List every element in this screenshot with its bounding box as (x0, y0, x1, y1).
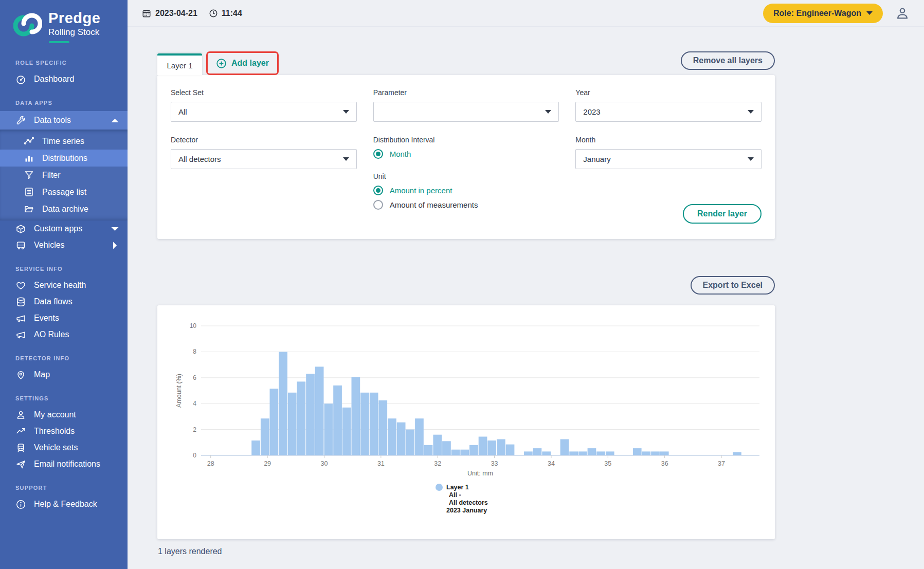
histogram-bar[interactable] (642, 451, 651, 455)
histogram-bar[interactable] (479, 437, 487, 456)
histogram-bar[interactable] (424, 445, 433, 455)
sidebar-item-filter[interactable]: Filter (0, 167, 128, 183)
sidebar-item-service-health[interactable]: Service health (0, 277, 128, 293)
histogram-bar[interactable] (352, 377, 360, 456)
month-dropdown[interactable]: January (575, 149, 762, 169)
histogram-bar[interactable] (270, 389, 279, 455)
histogram-bar[interactable] (733, 452, 741, 455)
histogram-bar[interactable] (397, 423, 406, 455)
histogram-bar[interactable] (542, 451, 551, 455)
parameter-dropdown[interactable] (373, 102, 559, 122)
histogram-bar[interactable] (360, 393, 369, 455)
histogram-bar[interactable] (415, 418, 424, 455)
histogram-bar[interactable] (279, 352, 287, 455)
histogram-bar[interactable] (378, 400, 387, 455)
sidebar-item-label: Vehicles (34, 241, 65, 250)
histogram-bar[interactable] (251, 440, 260, 455)
export-to-excel-button[interactable]: Export to Excel (691, 276, 775, 295)
sidebar-item-my-account[interactable]: My account (0, 407, 128, 423)
remove-all-layers-button[interactable]: Remove all layers (681, 51, 775, 70)
histogram-bar[interactable] (315, 366, 324, 455)
legend-line: All detectors (449, 499, 488, 506)
sidebar-item-vehicles[interactable]: Vehicles (0, 237, 128, 253)
y-tick-label: 0 (193, 452, 196, 459)
histogram-bar[interactable] (460, 450, 469, 455)
map-pin-icon (15, 370, 26, 380)
histogram-bar[interactable] (588, 448, 596, 455)
database-icon (15, 297, 26, 307)
histogram-bar[interactable] (633, 448, 642, 455)
sidebar-section-settings: SETTINGS (0, 395, 128, 401)
sidebar-item-map[interactable]: Map (0, 366, 128, 383)
histogram-bar[interactable] (533, 448, 542, 455)
heart-icon (15, 280, 26, 291)
histogram-bar[interactable] (651, 451, 660, 455)
histogram-bar[interactable] (660, 451, 669, 455)
histogram-bar[interactable] (451, 450, 460, 455)
x-tick-label: 35 (604, 460, 611, 467)
histogram-bar[interactable] (333, 386, 342, 455)
month-value: January (583, 155, 610, 163)
chevron-down-icon (343, 110, 349, 114)
histogram-bar[interactable] (288, 393, 297, 455)
sidebar-item-label: Time series (42, 137, 84, 146)
render-layer-button[interactable]: Render layer (683, 204, 762, 224)
parameter-label: Parameter (373, 88, 559, 97)
histogram-bar[interactable] (524, 451, 533, 455)
histogram-bar[interactable] (606, 451, 614, 455)
sidebar-item-time-series[interactable]: Time series (0, 133, 128, 150)
chevron-right-icon (110, 240, 120, 251)
histogram-bar[interactable] (506, 445, 515, 455)
histogram-bar[interactable] (433, 435, 442, 455)
sidebar-item-data-flows[interactable]: Data flows (0, 293, 128, 310)
tab-layer-1[interactable]: Layer 1 (157, 53, 202, 75)
sidebar-item-dashboard[interactable]: Dashboard (0, 71, 128, 87)
user-menu[interactable] (895, 6, 910, 21)
sidebar-item-custom-apps[interactable]: Custom apps (0, 221, 128, 237)
histogram-bar[interactable] (569, 451, 578, 455)
histogram-bar[interactable] (297, 381, 306, 455)
sidebar-item-events[interactable]: Events (0, 310, 128, 326)
interval-month-radio[interactable]: Month (373, 149, 559, 159)
histogram-bar[interactable] (578, 451, 587, 455)
sidebar-item-email-notifications[interactable]: Email notifications (0, 456, 128, 472)
histogram-bar[interactable] (342, 408, 351, 455)
histogram-bar[interactable] (370, 393, 378, 455)
histogram-bar[interactable] (596, 451, 605, 455)
main-content: Layer 1 Add layer Remove all layers Sele… (128, 27, 924, 556)
histogram-bar[interactable] (487, 440, 496, 455)
sidebar-item-help-feedback[interactable]: Help & Feedback (0, 496, 128, 512)
histogram-bar[interactable] (306, 374, 315, 455)
unit-percent-radio[interactable]: Amount in percent (373, 186, 559, 195)
sidebar-item-data-tools[interactable]: Data tools (0, 111, 128, 130)
detector-dropdown[interactable]: All detectors (171, 149, 357, 169)
histogram-bar[interactable] (406, 430, 414, 455)
sidebar-item-vehicle-sets[interactable]: Vehicle sets (0, 439, 128, 456)
histogram-bar[interactable] (469, 445, 478, 455)
user-icon (895, 6, 910, 21)
sidebar-item-ao-rules[interactable]: AO Rules (0, 326, 128, 343)
histogram-bar[interactable] (261, 418, 269, 455)
sidebar-section-role-specific: ROLE SPECIFIC (0, 60, 128, 66)
histogram-bar[interactable] (324, 403, 333, 455)
x-tick-label: 36 (661, 460, 668, 467)
add-layer-button[interactable]: Add layer (216, 58, 269, 69)
year-label: Year (575, 88, 762, 97)
sidebar-item-thresholds[interactable]: Thresholds (0, 423, 128, 439)
sidebar-item-distributions[interactable]: Distributions (0, 150, 128, 167)
sidebar-item-label: Data tools (34, 116, 71, 125)
histogram-bar[interactable] (442, 441, 451, 455)
histogram-bar[interactable] (388, 418, 396, 455)
add-layer-label: Add layer (231, 59, 269, 68)
datetime: 2023-04-21 11:44 (142, 9, 242, 18)
role-badge[interactable]: Role: Engineer-Wagon (763, 4, 883, 23)
select-set-label: Select Set (171, 88, 357, 97)
unit-measurements-radio[interactable]: Amount of measurements (373, 200, 559, 210)
histogram-bar[interactable] (560, 439, 569, 456)
select-set-dropdown[interactable]: All (171, 102, 357, 122)
sidebar-item-passage-list[interactable]: Passage list (0, 183, 128, 200)
sidebar-item-data-archive[interactable]: Data archive (0, 200, 128, 217)
year-dropdown[interactable]: 2023 (575, 102, 762, 122)
histogram-bar[interactable] (497, 439, 505, 456)
x-axis-title: Unit: mm (467, 470, 493, 477)
